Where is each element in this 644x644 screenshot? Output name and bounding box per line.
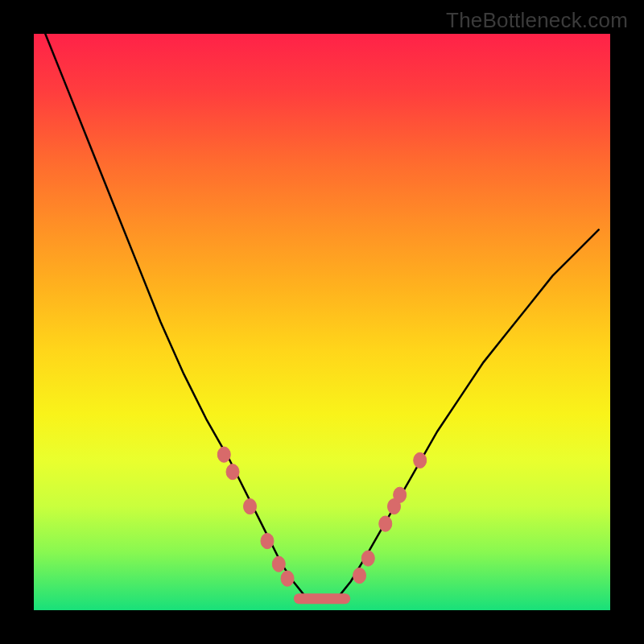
curve-marker	[414, 452, 427, 468]
curve-markers	[217, 447, 426, 586]
watermark-text: TheBottleneck.com	[446, 8, 628, 33]
curve-marker	[361, 551, 374, 566]
curve-marker	[272, 556, 285, 572]
chart-svg	[34, 34, 610, 610]
chart-frame: TheBottleneck.com	[0, 0, 644, 644]
curve-marker	[394, 487, 407, 502]
curve-marker	[379, 516, 392, 531]
curve-marker	[353, 568, 366, 583]
curve-marker	[244, 499, 257, 514]
plot-area	[34, 34, 610, 610]
curve-marker	[217, 447, 230, 462]
curve-marker	[261, 533, 274, 548]
curve-marker	[226, 464, 239, 480]
bottleneck-curve	[45, 34, 598, 599]
curve-marker	[281, 571, 294, 586]
